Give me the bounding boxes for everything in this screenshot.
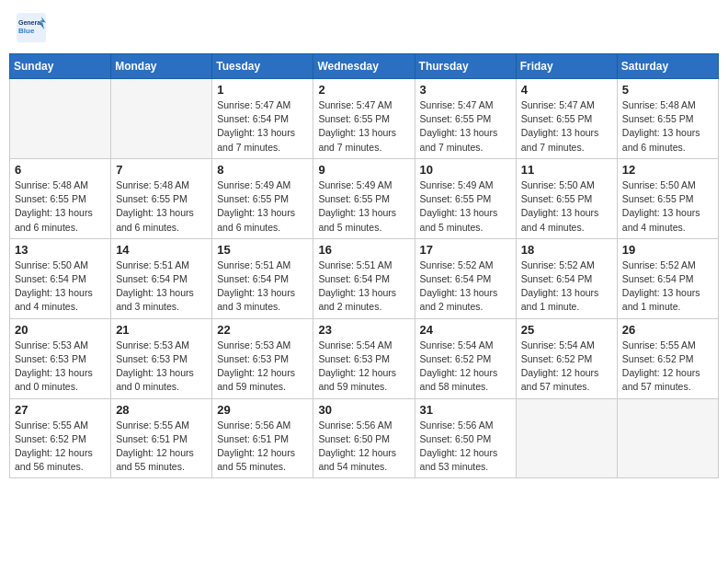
calendar-cell: 3Sunrise: 5:47 AM Sunset: 6:55 PM Daylig… xyxy=(415,79,516,159)
calendar-cell xyxy=(10,79,111,159)
day-info: Sunrise: 5:49 AM Sunset: 6:55 PM Dayligh… xyxy=(318,178,409,235)
day-number: 7 xyxy=(116,163,207,177)
day-number: 2 xyxy=(318,83,409,97)
calendar-week-3: 13Sunrise: 5:50 AM Sunset: 6:54 PM Dayli… xyxy=(10,238,719,318)
weekday-header-row: SundayMondayTuesdayWednesdayThursdayFrid… xyxy=(10,54,719,79)
calendar-cell: 20Sunrise: 5:53 AM Sunset: 6:53 PM Dayli… xyxy=(10,318,111,398)
weekday-header-saturday: Saturday xyxy=(617,54,718,79)
calendar-cell: 26Sunrise: 5:55 AM Sunset: 6:52 PM Dayli… xyxy=(617,318,718,398)
day-number: 14 xyxy=(116,243,207,257)
day-info: Sunrise: 5:56 AM Sunset: 6:51 PM Dayligh… xyxy=(217,419,308,475)
weekday-header-thursday: Thursday xyxy=(415,54,516,79)
calendar-cell: 6Sunrise: 5:48 AM Sunset: 6:55 PM Daylig… xyxy=(10,158,111,238)
day-info: Sunrise: 5:53 AM Sunset: 6:53 PM Dayligh… xyxy=(15,339,106,395)
day-info: Sunrise: 5:49 AM Sunset: 6:55 PM Dayligh… xyxy=(420,178,511,235)
day-number: 29 xyxy=(217,403,308,417)
day-number: 5 xyxy=(622,83,713,97)
calendar-cell: 5Sunrise: 5:48 AM Sunset: 6:55 PM Daylig… xyxy=(617,79,718,159)
svg-text:General: General xyxy=(18,19,42,26)
page-header: General Blue xyxy=(9,9,719,46)
calendar-cell: 16Sunrise: 5:51 AM Sunset: 6:54 PM Dayli… xyxy=(313,238,415,318)
day-number: 11 xyxy=(521,163,612,177)
day-info: Sunrise: 5:50 AM Sunset: 6:54 PM Dayligh… xyxy=(15,259,106,315)
calendar-cell: 10Sunrise: 5:49 AM Sunset: 6:55 PM Dayli… xyxy=(415,158,516,238)
calendar-week-2: 6Sunrise: 5:48 AM Sunset: 6:55 PM Daylig… xyxy=(10,158,719,238)
day-info: Sunrise: 5:50 AM Sunset: 6:55 PM Dayligh… xyxy=(622,178,713,235)
day-info: Sunrise: 5:54 AM Sunset: 6:52 PM Dayligh… xyxy=(420,339,511,395)
weekday-header-friday: Friday xyxy=(516,54,617,79)
calendar-cell: 17Sunrise: 5:52 AM Sunset: 6:54 PM Dayli… xyxy=(415,238,516,318)
day-number: 19 xyxy=(622,243,713,257)
day-number: 16 xyxy=(318,243,409,257)
weekday-header-monday: Monday xyxy=(111,54,212,79)
calendar-cell: 27Sunrise: 5:55 AM Sunset: 6:52 PM Dayli… xyxy=(10,398,111,478)
calendar-cell: 4Sunrise: 5:47 AM Sunset: 6:55 PM Daylig… xyxy=(516,79,617,159)
day-info: Sunrise: 5:51 AM Sunset: 6:54 PM Dayligh… xyxy=(116,259,207,315)
day-info: Sunrise: 5:47 AM Sunset: 6:55 PM Dayligh… xyxy=(420,98,511,155)
day-info: Sunrise: 5:55 AM Sunset: 6:52 PM Dayligh… xyxy=(15,419,106,475)
weekday-header-sunday: Sunday xyxy=(10,54,111,79)
day-number: 24 xyxy=(420,323,511,337)
calendar-cell: 19Sunrise: 5:52 AM Sunset: 6:54 PM Dayli… xyxy=(617,238,718,318)
day-number: 12 xyxy=(622,163,713,177)
day-number: 23 xyxy=(318,323,409,337)
day-number: 22 xyxy=(217,323,308,337)
calendar-cell: 25Sunrise: 5:54 AM Sunset: 6:52 PM Dayli… xyxy=(516,318,617,398)
day-number: 31 xyxy=(420,403,511,417)
day-number: 3 xyxy=(420,83,511,97)
day-number: 30 xyxy=(318,403,409,417)
calendar-cell: 28Sunrise: 5:55 AM Sunset: 6:51 PM Dayli… xyxy=(111,398,212,478)
day-number: 27 xyxy=(15,403,106,417)
day-info: Sunrise: 5:48 AM Sunset: 6:55 PM Dayligh… xyxy=(15,178,106,235)
day-number: 21 xyxy=(116,323,207,337)
calendar-cell xyxy=(111,79,212,159)
calendar-cell: 22Sunrise: 5:53 AM Sunset: 6:53 PM Dayli… xyxy=(212,318,313,398)
day-info: Sunrise: 5:48 AM Sunset: 6:55 PM Dayligh… xyxy=(622,98,713,155)
calendar-cell: 29Sunrise: 5:56 AM Sunset: 6:51 PM Dayli… xyxy=(212,398,313,478)
calendar-cell: 24Sunrise: 5:54 AM Sunset: 6:52 PM Dayli… xyxy=(415,318,516,398)
day-info: Sunrise: 5:49 AM Sunset: 6:55 PM Dayligh… xyxy=(217,178,308,235)
day-number: 20 xyxy=(15,323,106,337)
day-info: Sunrise: 5:51 AM Sunset: 6:54 PM Dayligh… xyxy=(217,259,308,315)
calendar-cell: 23Sunrise: 5:54 AM Sunset: 6:53 PM Dayli… xyxy=(313,318,415,398)
day-info: Sunrise: 5:48 AM Sunset: 6:55 PM Dayligh… xyxy=(116,178,207,235)
weekday-header-wednesday: Wednesday xyxy=(313,54,415,79)
day-info: Sunrise: 5:55 AM Sunset: 6:51 PM Dayligh… xyxy=(116,419,207,475)
calendar-cell: 14Sunrise: 5:51 AM Sunset: 6:54 PM Dayli… xyxy=(111,238,212,318)
day-info: Sunrise: 5:56 AM Sunset: 6:50 PM Dayligh… xyxy=(318,419,409,475)
day-info: Sunrise: 5:47 AM Sunset: 6:55 PM Dayligh… xyxy=(318,98,409,155)
calendar-cell xyxy=(516,398,617,478)
day-number: 15 xyxy=(217,243,308,257)
day-number: 1 xyxy=(217,83,308,97)
day-number: 10 xyxy=(420,163,511,177)
calendar-week-4: 20Sunrise: 5:53 AM Sunset: 6:53 PM Dayli… xyxy=(10,318,719,398)
day-info: Sunrise: 5:52 AM Sunset: 6:54 PM Dayligh… xyxy=(420,259,511,315)
logo: General Blue xyxy=(17,13,46,42)
day-info: Sunrise: 5:53 AM Sunset: 6:53 PM Dayligh… xyxy=(116,339,207,395)
calendar-cell: 2Sunrise: 5:47 AM Sunset: 6:55 PM Daylig… xyxy=(313,79,415,159)
calendar-cell: 21Sunrise: 5:53 AM Sunset: 6:53 PM Dayli… xyxy=(111,318,212,398)
day-number: 28 xyxy=(116,403,207,417)
calendar-week-1: 1Sunrise: 5:47 AM Sunset: 6:54 PM Daylig… xyxy=(10,79,719,159)
day-number: 13 xyxy=(15,243,106,257)
day-number: 18 xyxy=(521,243,612,257)
day-info: Sunrise: 5:54 AM Sunset: 6:53 PM Dayligh… xyxy=(318,339,409,395)
logo-svg: General Blue xyxy=(17,13,46,42)
calendar-cell: 15Sunrise: 5:51 AM Sunset: 6:54 PM Dayli… xyxy=(212,238,313,318)
day-number: 17 xyxy=(420,243,511,257)
day-info: Sunrise: 5:47 AM Sunset: 6:55 PM Dayligh… xyxy=(521,98,612,155)
calendar-cell: 7Sunrise: 5:48 AM Sunset: 6:55 PM Daylig… xyxy=(111,158,212,238)
day-number: 9 xyxy=(318,163,409,177)
day-info: Sunrise: 5:47 AM Sunset: 6:54 PM Dayligh… xyxy=(217,98,308,155)
calendar-cell: 9Sunrise: 5:49 AM Sunset: 6:55 PM Daylig… xyxy=(313,158,415,238)
day-info: Sunrise: 5:53 AM Sunset: 6:53 PM Dayligh… xyxy=(217,339,308,395)
day-info: Sunrise: 5:52 AM Sunset: 6:54 PM Dayligh… xyxy=(521,259,612,315)
calendar-cell: 31Sunrise: 5:56 AM Sunset: 6:50 PM Dayli… xyxy=(415,398,516,478)
day-number: 8 xyxy=(217,163,308,177)
calendar-table: SundayMondayTuesdayWednesdayThursdayFrid… xyxy=(9,53,719,478)
calendar-cell: 30Sunrise: 5:56 AM Sunset: 6:50 PM Dayli… xyxy=(313,398,415,478)
day-number: 4 xyxy=(521,83,612,97)
weekday-header-tuesday: Tuesday xyxy=(212,54,313,79)
calendar-cell xyxy=(617,398,718,478)
day-info: Sunrise: 5:50 AM Sunset: 6:55 PM Dayligh… xyxy=(521,178,612,235)
